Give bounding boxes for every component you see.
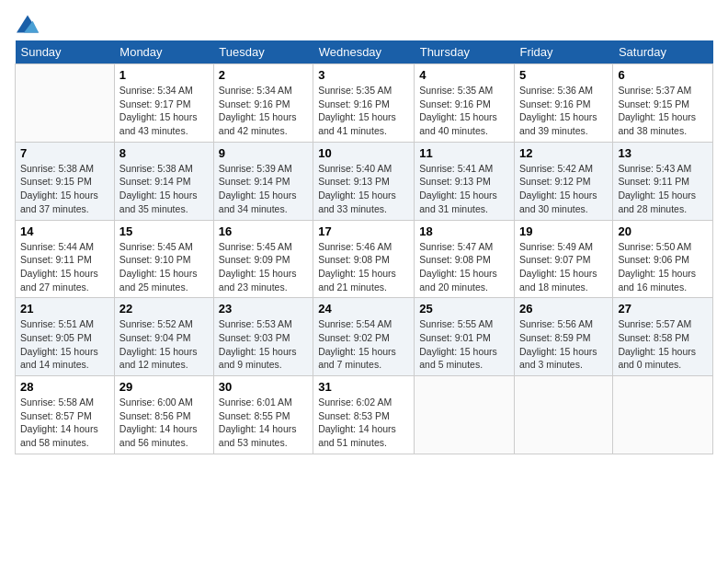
logo-icon: [17, 15, 39, 33]
day-info: Sunrise: 5:58 AM Sunset: 8:57 PM Dayligh…: [20, 396, 109, 450]
calendar-cell: 8Sunrise: 5:38 AM Sunset: 9:14 PM Daylig…: [114, 142, 213, 220]
day-number: 11: [419, 146, 509, 160]
day-info: Sunrise: 5:41 AM Sunset: 9:13 PM Dayligh…: [419, 162, 509, 216]
day-info: Sunrise: 5:43 AM Sunset: 9:11 PM Dayligh…: [618, 162, 708, 216]
day-number: 8: [119, 146, 209, 160]
calendar-cell: 11Sunrise: 5:41 AM Sunset: 9:13 PM Dayli…: [415, 142, 515, 220]
day-number: 15: [119, 224, 209, 238]
day-info: Sunrise: 5:49 AM Sunset: 9:07 PM Dayligh…: [519, 240, 608, 294]
day-info: Sunrise: 5:42 AM Sunset: 9:12 PM Dayligh…: [519, 162, 608, 216]
day-number: 13: [618, 146, 708, 160]
day-info: Sunrise: 5:45 AM Sunset: 9:09 PM Dayligh…: [219, 240, 308, 294]
day-number: 27: [618, 302, 708, 316]
calendar-cell: 19Sunrise: 5:49 AM Sunset: 9:07 PM Dayli…: [514, 220, 612, 298]
calendar-cell: 16Sunrise: 5:45 AM Sunset: 9:09 PM Dayli…: [213, 220, 313, 298]
day-number: 5: [519, 68, 608, 82]
calendar-week-row: 1Sunrise: 5:34 AM Sunset: 9:17 PM Daylig…: [16, 64, 713, 143]
calendar-cell: 13Sunrise: 5:43 AM Sunset: 9:11 PM Dayli…: [613, 142, 713, 220]
calendar-header-friday: Friday: [514, 40, 612, 64]
calendar-cell: 15Sunrise: 5:45 AM Sunset: 9:10 PM Dayli…: [114, 220, 213, 298]
day-info: Sunrise: 5:47 AM Sunset: 9:08 PM Dayligh…: [419, 240, 509, 294]
calendar-header-wednesday: Wednesday: [313, 40, 415, 64]
day-number: 23: [219, 302, 308, 316]
calendar-cell: 2Sunrise: 5:34 AM Sunset: 9:16 PM Daylig…: [213, 64, 313, 143]
calendar-cell: 14Sunrise: 5:44 AM Sunset: 9:11 PM Dayli…: [16, 220, 115, 298]
day-info: Sunrise: 5:50 AM Sunset: 9:06 PM Dayligh…: [618, 240, 708, 294]
calendar-header-sunday: Sunday: [16, 40, 115, 64]
day-number: 14: [20, 224, 109, 238]
calendar-week-row: 21Sunrise: 5:51 AM Sunset: 9:05 PM Dayli…: [16, 298, 713, 376]
day-number: 24: [318, 302, 409, 316]
calendar-cell: 5Sunrise: 5:36 AM Sunset: 9:16 PM Daylig…: [514, 64, 612, 143]
calendar-cell: 29Sunrise: 6:00 AM Sunset: 8:56 PM Dayli…: [114, 376, 213, 454]
day-number: 22: [119, 302, 209, 316]
calendar-cell: 1Sunrise: 5:34 AM Sunset: 9:17 PM Daylig…: [114, 64, 213, 143]
calendar-week-row: 7Sunrise: 5:38 AM Sunset: 9:15 PM Daylig…: [16, 142, 713, 220]
day-info: Sunrise: 5:40 AM Sunset: 9:13 PM Dayligh…: [318, 162, 409, 216]
day-number: 3: [318, 68, 409, 82]
day-number: 1: [119, 68, 209, 82]
day-info: Sunrise: 5:34 AM Sunset: 9:17 PM Dayligh…: [119, 84, 209, 138]
calendar-cell: 21Sunrise: 5:51 AM Sunset: 9:05 PM Dayli…: [16, 298, 115, 376]
calendar-header-row: SundayMondayTuesdayWednesdayThursdayFrid…: [16, 40, 713, 64]
day-number: 10: [318, 146, 409, 160]
calendar-cell: [415, 376, 515, 454]
day-info: Sunrise: 5:38 AM Sunset: 9:15 PM Dayligh…: [20, 162, 109, 216]
day-number: 26: [519, 302, 608, 316]
calendar-cell: 25Sunrise: 5:55 AM Sunset: 9:01 PM Dayli…: [415, 298, 515, 376]
calendar-cell: 20Sunrise: 5:50 AM Sunset: 9:06 PM Dayli…: [613, 220, 713, 298]
day-info: Sunrise: 6:01 AM Sunset: 8:55 PM Dayligh…: [219, 396, 308, 450]
day-number: 31: [318, 380, 409, 394]
day-number: 17: [318, 224, 409, 238]
day-number: 9: [219, 146, 308, 160]
day-info: Sunrise: 5:52 AM Sunset: 9:04 PM Dayligh…: [119, 317, 209, 372]
calendar-cell: 24Sunrise: 5:54 AM Sunset: 9:02 PM Dayli…: [313, 298, 415, 376]
calendar-cell: 26Sunrise: 5:56 AM Sunset: 8:59 PM Dayli…: [514, 298, 612, 376]
day-info: Sunrise: 6:02 AM Sunset: 8:53 PM Dayligh…: [318, 396, 409, 450]
day-number: 20: [618, 224, 708, 238]
calendar-cell: 10Sunrise: 5:40 AM Sunset: 9:13 PM Dayli…: [313, 142, 415, 220]
calendar-cell: 17Sunrise: 5:46 AM Sunset: 9:08 PM Dayli…: [313, 220, 415, 298]
day-info: Sunrise: 5:35 AM Sunset: 9:16 PM Dayligh…: [318, 84, 409, 138]
calendar-cell: 4Sunrise: 5:35 AM Sunset: 9:16 PM Daylig…: [415, 64, 515, 143]
calendar-header-thursday: Thursday: [415, 40, 515, 64]
day-number: 4: [419, 68, 509, 82]
calendar-week-row: 14Sunrise: 5:44 AM Sunset: 9:11 PM Dayli…: [16, 220, 713, 298]
day-info: Sunrise: 6:00 AM Sunset: 8:56 PM Dayligh…: [119, 396, 209, 450]
day-info: Sunrise: 5:37 AM Sunset: 9:15 PM Dayligh…: [618, 84, 708, 138]
calendar-table: SundayMondayTuesdayWednesdayThursdayFrid…: [15, 40, 713, 454]
day-info: Sunrise: 5:36 AM Sunset: 9:16 PM Dayligh…: [519, 84, 608, 138]
day-number: 6: [618, 68, 708, 82]
calendar-cell: [613, 376, 713, 454]
calendar-cell: 12Sunrise: 5:42 AM Sunset: 9:12 PM Dayli…: [514, 142, 612, 220]
day-info: Sunrise: 5:45 AM Sunset: 9:10 PM Dayligh…: [119, 240, 209, 294]
day-info: Sunrise: 5:54 AM Sunset: 9:02 PM Dayligh…: [318, 317, 409, 372]
calendar-cell: 27Sunrise: 5:57 AM Sunset: 8:58 PM Dayli…: [613, 298, 713, 376]
day-number: 28: [20, 380, 109, 394]
calendar-cell: 6Sunrise: 5:37 AM Sunset: 9:15 PM Daylig…: [613, 64, 713, 143]
calendar-cell: 28Sunrise: 5:58 AM Sunset: 8:57 PM Dayli…: [16, 376, 115, 454]
day-number: 7: [20, 146, 109, 160]
day-number: 29: [119, 380, 209, 394]
calendar-cell: 9Sunrise: 5:39 AM Sunset: 9:14 PM Daylig…: [213, 142, 313, 220]
day-number: 21: [20, 302, 109, 316]
day-info: Sunrise: 5:35 AM Sunset: 9:16 PM Dayligh…: [419, 84, 509, 138]
calendar-cell: [514, 376, 612, 454]
calendar-cell: 3Sunrise: 5:35 AM Sunset: 9:16 PM Daylig…: [313, 64, 415, 143]
calendar-header-monday: Monday: [114, 40, 213, 64]
calendar-cell: 23Sunrise: 5:53 AM Sunset: 9:03 PM Dayli…: [213, 298, 313, 376]
calendar-cell: 30Sunrise: 6:01 AM Sunset: 8:55 PM Dayli…: [213, 376, 313, 454]
day-number: 18: [419, 224, 509, 238]
day-info: Sunrise: 5:46 AM Sunset: 9:08 PM Dayligh…: [318, 240, 409, 294]
day-number: 16: [219, 224, 308, 238]
calendar-header-tuesday: Tuesday: [213, 40, 313, 64]
calendar-cell: 31Sunrise: 6:02 AM Sunset: 8:53 PM Dayli…: [313, 376, 415, 454]
day-info: Sunrise: 5:57 AM Sunset: 8:58 PM Dayligh…: [618, 317, 708, 372]
day-info: Sunrise: 5:56 AM Sunset: 8:59 PM Dayligh…: [519, 317, 608, 372]
day-info: Sunrise: 5:44 AM Sunset: 9:11 PM Dayligh…: [20, 240, 109, 294]
day-info: Sunrise: 5:51 AM Sunset: 9:05 PM Dayligh…: [20, 317, 109, 372]
calendar-week-row: 28Sunrise: 5:58 AM Sunset: 8:57 PM Dayli…: [16, 376, 713, 454]
calendar-header-saturday: Saturday: [613, 40, 713, 64]
day-info: Sunrise: 5:34 AM Sunset: 9:16 PM Dayligh…: [219, 84, 308, 138]
calendar-cell: [16, 64, 115, 143]
